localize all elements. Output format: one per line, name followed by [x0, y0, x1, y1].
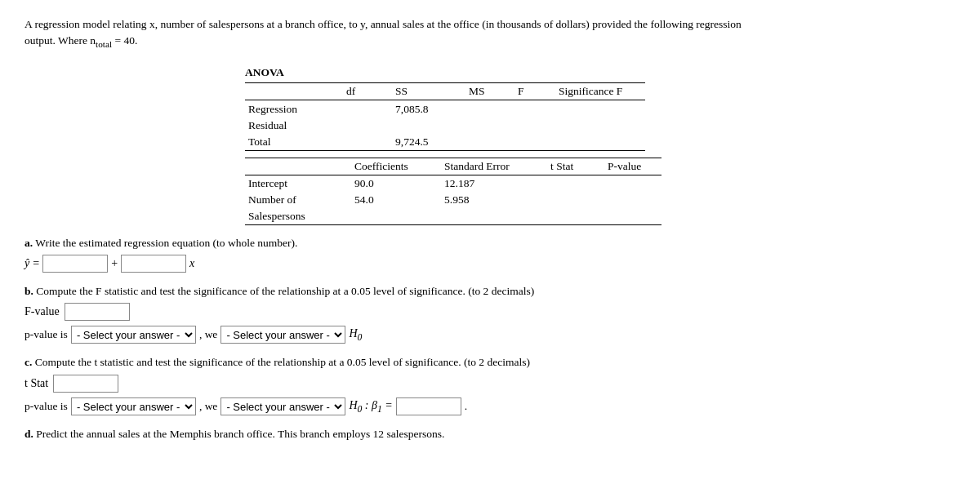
pvalue-select-b2[interactable]: - Select your answer - reject do not rej… [220, 326, 345, 344]
coeff-val-number-of: 54.0 [351, 192, 441, 208]
coeff-row-intercept: Intercept 90.0 12.187 [245, 175, 662, 192]
coeff-table: Coefficients Standard Error t Stat P-val… [245, 158, 662, 225]
coeff-se-number-of: 5.958 [441, 192, 547, 208]
anova-table: df SS MS F Significance F Regression 7,0… [245, 82, 645, 151]
coeff-col-coefficients: Coefficients [351, 158, 441, 175]
anova-label-residual: Residual [245, 118, 343, 134]
intro-line2: output. Where n [24, 34, 96, 47]
beta1-input[interactable] [396, 397, 461, 415]
anova-row-regression: Regression 7,085.8 [245, 100, 645, 118]
anova-col-sig-f: Significance F [555, 82, 645, 100]
pvalue-row-c: p-value is - Select your answer - less t… [24, 397, 956, 415]
plus-symbol: + [111, 257, 118, 270]
anova-col-df: df [343, 82, 392, 100]
part-d-text: Predict the annual sales at the Memphis … [36, 428, 444, 440]
coeff-p-number-of [604, 192, 662, 208]
anova-f-total [514, 134, 555, 151]
f-value-input[interactable] [65, 303, 130, 321]
coeff-col-tstat: t Stat [547, 158, 604, 175]
intro-line1: A regression model relating x, number of… [24, 18, 742, 30]
anova-sigf-residual [555, 118, 645, 134]
coeff-row-number-of: Number of 54.0 5.958 [245, 192, 662, 208]
anova-sigf-total [555, 134, 645, 151]
period-c: . [465, 400, 467, 413]
part-c-section: c. Compute the t statistic and test the … [24, 353, 956, 371]
pvalue-is-label-c: p-value is [24, 400, 68, 413]
f-value-row: F-value [24, 303, 956, 321]
coeff-label-intercept: Intercept [245, 175, 351, 192]
part-b-text: Compute the F statistic and test the sig… [36, 285, 534, 297]
coeff-section: Coefficients Standard Error t Stat P-val… [245, 158, 956, 225]
anova-col-empty [245, 82, 343, 100]
intro-n-equals: = 40. [112, 34, 137, 47]
coeff-row-salespersons: Salespersons [245, 208, 662, 225]
part-c-label: c. [24, 356, 32, 368]
anova-ms-residual [466, 118, 514, 134]
pvalue-select-b1[interactable]: - Select your answer - less than 0.05 gr… [71, 326, 196, 344]
coeff-p-salespersons [604, 208, 662, 225]
coeff-t-intercept [547, 175, 604, 192]
coeff-label-number-of: Number of [245, 192, 351, 208]
coeff-se-salespersons [441, 208, 547, 225]
anova-ss-residual [392, 118, 466, 134]
intercept-input[interactable] [42, 255, 108, 273]
equation-row: ŷ = + x [24, 255, 956, 273]
coeff-t-salespersons [547, 208, 604, 225]
t-stat-input[interactable] [53, 375, 118, 393]
anova-col-f: F [514, 82, 555, 100]
h0-symbol-b: H0 [349, 327, 362, 343]
anova-f-residual [514, 118, 555, 134]
f-value-label: F-value [24, 305, 60, 318]
anova-df-total [343, 134, 392, 151]
part-d-label: d. [24, 428, 33, 440]
pvalue-row-b: p-value is - Select your answer - less t… [24, 326, 956, 344]
anova-section: ANOVA df SS MS F Significance F Regressi… [245, 66, 956, 225]
coeff-se-intercept: 12.187 [441, 175, 547, 192]
yhat-symbol: ŷ [24, 257, 29, 270]
anova-sigf-regression [555, 100, 645, 118]
anova-row-residual: Residual [245, 118, 645, 134]
x-symbol: x [189, 257, 194, 270]
anova-col-ss: SS [392, 82, 466, 100]
pvalue-select-c1[interactable]: - Select your answer - less than 0.05 gr… [71, 397, 196, 415]
part-c-text: Compute the t statistic and test the sig… [35, 356, 530, 368]
intro-n-sub: total [96, 39, 112, 49]
anova-f-regression [514, 100, 555, 118]
anova-title: ANOVA [245, 66, 956, 79]
anova-row-total: Total 9,724.5 [245, 134, 645, 151]
coefficient-input[interactable] [121, 255, 186, 273]
coeff-t-number-of [547, 192, 604, 208]
h0-beta-label: H0 : β1 = [349, 399, 392, 415]
part-a-text: Write the estimated regression equation … [35, 237, 297, 249]
comma-we-b: , we [199, 328, 218, 341]
intro-paragraph: A regression model relating x, number of… [24, 16, 956, 51]
coeff-col-pvalue: P-value [604, 158, 662, 175]
coeff-val-salespersons [351, 208, 441, 225]
pvalue-is-label-b: p-value is [24, 328, 68, 341]
anova-ss-regression: 7,085.8 [392, 100, 466, 118]
comma-we-c: , we [199, 400, 218, 413]
part-b-label: b. [24, 285, 33, 297]
anova-col-ms: MS [466, 82, 514, 100]
anova-df-residual [343, 118, 392, 134]
part-b-section: b. Compute the F statistic and test the … [24, 282, 956, 300]
coeff-col-se: Standard Error [441, 158, 547, 175]
t-stat-row: t Stat [24, 375, 956, 393]
anova-ss-total: 9,724.5 [392, 134, 466, 151]
part-a-label: a. [24, 237, 33, 249]
coeff-label-salespersons: Salespersons [245, 208, 351, 225]
pvalue-select-c2[interactable]: - Select your answer - reject do not rej… [220, 397, 345, 415]
anova-label-regression: Regression [245, 100, 343, 118]
part-a-section: a. Write the estimated regression equati… [24, 237, 956, 273]
anova-ms-regression [466, 100, 514, 118]
anova-ms-total [466, 134, 514, 151]
part-d-section: d. Predict the annual sales at the Memph… [24, 425, 956, 443]
anova-df-regression [343, 100, 392, 118]
equals-symbol: = [33, 257, 39, 270]
coeff-col-empty [245, 158, 351, 175]
anova-label-total: Total [245, 134, 343, 151]
t-stat-label: t Stat [24, 377, 48, 390]
coeff-p-intercept [604, 175, 662, 192]
coeff-val-intercept: 90.0 [351, 175, 441, 192]
